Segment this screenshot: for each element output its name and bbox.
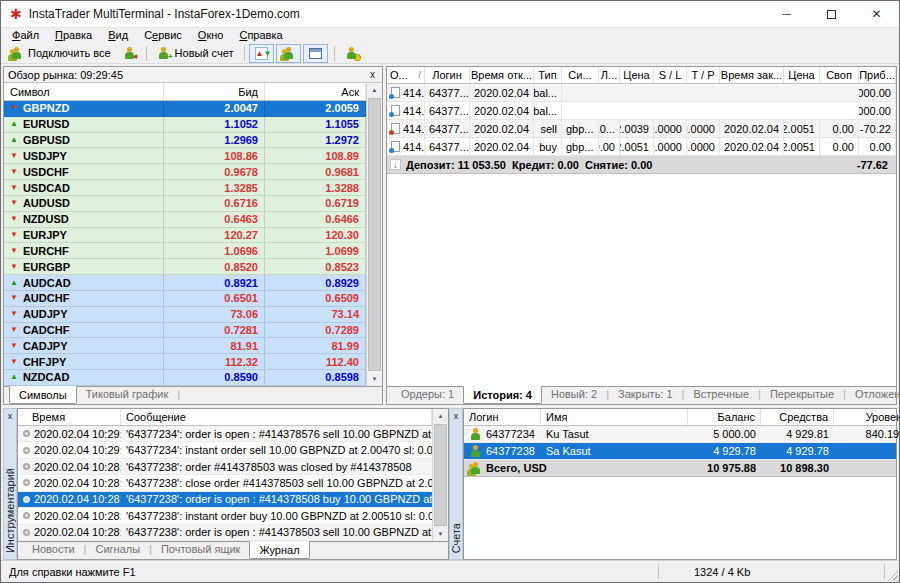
orders-column-header-2[interactable]: Время отк... xyxy=(470,67,534,83)
connect-all-button[interactable]: Подключить все xyxy=(4,44,117,63)
market-row-nzdcad[interactable]: ▲NZDCAD0.85900.8598 xyxy=(4,370,366,386)
new-account-button[interactable]: + Новый счет xyxy=(151,44,240,63)
toggle-market-watch-button[interactable]: ▲▼ xyxy=(249,44,274,63)
orders-tab-1[interactable]: История: 4 xyxy=(463,386,542,404)
menu-Файл[interactable]: Файл xyxy=(4,28,47,43)
market-row-audchf[interactable]: ▼AUDCHF0.65010.6509 xyxy=(4,291,366,307)
menu-Окно[interactable]: Окно xyxy=(190,28,232,43)
scroll-up-icon[interactable]: ▲ xyxy=(433,409,448,423)
orders-tab-3[interactable]: Закрыть: 1 xyxy=(609,387,682,402)
toggle-toolbox-button[interactable] xyxy=(303,44,328,63)
orders-column-header-8[interactable]: T / P xyxy=(687,67,720,83)
orders-column-header-11[interactable]: Своп xyxy=(820,67,859,83)
orders-tab-6[interactable]: Отложенный: 1 xyxy=(846,387,900,402)
disconnect-all-button[interactable]: ◄ xyxy=(117,44,142,63)
accounts-column-header-2[interactable]: Баланс xyxy=(688,409,761,425)
market-row-audjpy[interactable]: ▼AUDJPY73.0673.14 xyxy=(4,307,366,323)
orders-column-header-3[interactable]: Тип xyxy=(534,67,562,83)
account-row-64377238[interactable]: 64377238Sa Kasut4 929.784 929.78 xyxy=(464,443,896,460)
journal-time-cell: 2020.02.04 10:29:... xyxy=(18,426,121,441)
market-watch-tab-0[interactable]: Символы xyxy=(9,386,77,404)
market-row-eurchf[interactable]: ▼EURCHF1.06961.0699 xyxy=(4,243,366,259)
market-row-audusd[interactable]: ▼AUDUSD0.67160.6719 xyxy=(4,196,366,212)
maximize-button[interactable] xyxy=(809,1,854,27)
orders-column-header-12[interactable]: Приб... xyxy=(859,67,896,83)
journal-row-6[interactable]: 2020.02.04 10:28:...'64377238': order is… xyxy=(18,525,432,541)
resize-grip[interactable] xyxy=(885,568,898,581)
market-row-nzdusd[interactable]: ▼NZDUSD0.64630.6466 xyxy=(4,212,366,228)
orders-column-header-6[interactable]: Цена xyxy=(620,67,654,83)
accounts-column-header-3[interactable]: Средства xyxy=(761,409,834,425)
menu-Правка[interactable]: Правка xyxy=(47,28,100,43)
journal-tab-0[interactable]: Новости xyxy=(23,542,84,557)
toggle-accounts-button[interactable] xyxy=(276,44,301,63)
menu-Сервис[interactable]: Сервис xyxy=(136,28,190,43)
orders-column-header-0[interactable]: О.../ xyxy=(387,67,425,83)
journal-column-header-1[interactable]: Сообщение xyxy=(121,409,432,425)
journal-row-1[interactable]: 2020.02.04 10:29:...'64377234': instant … xyxy=(18,442,432,458)
arrow-down-icon: ▼ xyxy=(10,199,18,207)
journal-tab-2[interactable]: Почтовый ящик xyxy=(152,542,249,557)
orders-column-header-7[interactable]: S / L xyxy=(654,67,687,83)
order-row-1[interactable]: 414...64377...2020.02.04 ...bal...5 000.… xyxy=(387,102,896,120)
orders-column-header-5[interactable]: Л... xyxy=(599,67,620,83)
orders-column-header-4[interactable]: Си... xyxy=(562,67,599,83)
orders-column-header-9[interactable]: Время зак... xyxy=(720,67,784,83)
minimize-button[interactable]: ─ xyxy=(764,1,809,27)
journal-tab-3[interactable]: Журнал xyxy=(249,541,309,559)
journal-tab-1[interactable]: Сигналы xyxy=(86,542,149,557)
journal-row-2[interactable]: 2020.02.04 10:28:...'64377238': order #4… xyxy=(18,459,432,475)
journal-row-5[interactable]: 2020.02.04 10:28:...'64377238': instant … xyxy=(18,508,432,524)
market-row-cadchf[interactable]: ▼CADCHF0.72810.7289 xyxy=(4,323,366,339)
scroll-thumb[interactable] xyxy=(434,424,447,526)
journal-row-0[interactable]: 2020.02.04 10:29:...'64377234': order is… xyxy=(18,426,432,442)
scroll-thumb[interactable] xyxy=(368,98,381,371)
market-row-cadjpy[interactable]: ▼CADJPY81.9181.99 xyxy=(4,338,366,354)
market-watch-close-icon[interactable]: x xyxy=(367,70,378,80)
accounts-column-header-0[interactable]: Логин xyxy=(464,409,541,425)
journal-scrollbar[interactable]: ▲ ▼ xyxy=(432,409,448,541)
market-watch-tab-1[interactable]: Тиковый график xyxy=(77,387,178,402)
column-header-2[interactable]: Аск xyxy=(265,83,366,100)
accounts-close-icon[interactable]: x xyxy=(454,409,459,423)
market-row-gbpnzd[interactable]: ▼GBPNZD2.00472.0059 xyxy=(4,101,366,117)
toolbox-close-icon[interactable]: x xyxy=(8,409,13,423)
orders-tab-2[interactable]: Новый: 2 xyxy=(542,387,606,402)
column-header-0[interactable]: Символ xyxy=(4,83,164,100)
market-row-audcad[interactable]: ▲AUDCAD0.89210.8929 xyxy=(4,275,366,291)
close-button[interactable]: ✕ xyxy=(854,1,899,27)
market-row-usdcad[interactable]: ▼USDCAD1.32851.3288 xyxy=(4,180,366,196)
journal-row-3[interactable]: 2020.02.04 10:28:...'64377238': close or… xyxy=(18,475,432,491)
orders-tab-0[interactable]: Ордеры: 1 xyxy=(392,387,463,402)
order-row-0[interactable]: 414...64377...2020.02.04 ...bal...5 000.… xyxy=(387,84,896,102)
market-row-usdchf[interactable]: ▼USDCHF0.96780.9681 xyxy=(4,164,366,180)
market-row-eurgbp[interactable]: ▼EURGBP0.85200.8523 xyxy=(4,259,366,275)
orders-tab-5[interactable]: Перекрытые xyxy=(761,387,843,402)
market-row-chfjpy[interactable]: ▼CHFJPY112.32112.40 xyxy=(4,354,366,370)
menu-Справка[interactable]: Справка xyxy=(231,28,290,43)
market-row-eurjpy[interactable]: ▼EURJPY120.27120.30 xyxy=(4,228,366,244)
market-row-eurusd[interactable]: ▲EURUSD1.10521.1055 xyxy=(4,117,366,133)
accounts-column-header-1[interactable]: Имя xyxy=(541,409,688,425)
market-row-usdjpy[interactable]: ▼USDJPY108.86108.89 xyxy=(4,148,366,164)
account-settings-button[interactable] xyxy=(339,44,364,63)
accounts-column-header-4[interactable]: Уровень xyxy=(834,409,900,425)
scroll-down-icon[interactable]: ▼ xyxy=(367,372,382,386)
orders-tab-4[interactable]: Встречные xyxy=(684,387,758,402)
market-row-gbpusd[interactable]: ▲GBPUSD1.29691.2972 xyxy=(4,133,366,149)
scroll-down-icon[interactable]: ▼ xyxy=(433,527,448,541)
order-row-2[interactable]: 414...64377...2020.02.04 ...sellgbp...10… xyxy=(387,120,896,138)
account-row-64377234[interactable]: 64377234Ku Tasut5 000.004 929.81840.19% xyxy=(464,426,896,443)
order-row-3[interactable]: 414...64377...2020.02.04 ...buygbp...0.0… xyxy=(387,138,896,156)
bid-value: 0.7281 xyxy=(164,323,265,338)
journal-row-4[interactable]: 2020.02.04 10:28:...'64377238': order is… xyxy=(18,492,432,508)
orders-column-header-1[interactable]: Логин xyxy=(425,67,470,83)
market-watch-scrollbar[interactable]: ▲ ▼ xyxy=(366,83,382,386)
orders-column-header-10[interactable]: Цена xyxy=(784,67,820,83)
scroll-up-icon[interactable]: ▲ xyxy=(367,83,382,97)
journal-column-header-0[interactable]: Время xyxy=(18,409,121,425)
column-header-1[interactable]: Бид xyxy=(164,83,265,100)
menu-Вид[interactable]: Вид xyxy=(100,28,136,43)
symbol-label: CADCHF xyxy=(23,324,69,336)
journal-message: '64377238': order #414378503 was closed … xyxy=(121,459,432,474)
